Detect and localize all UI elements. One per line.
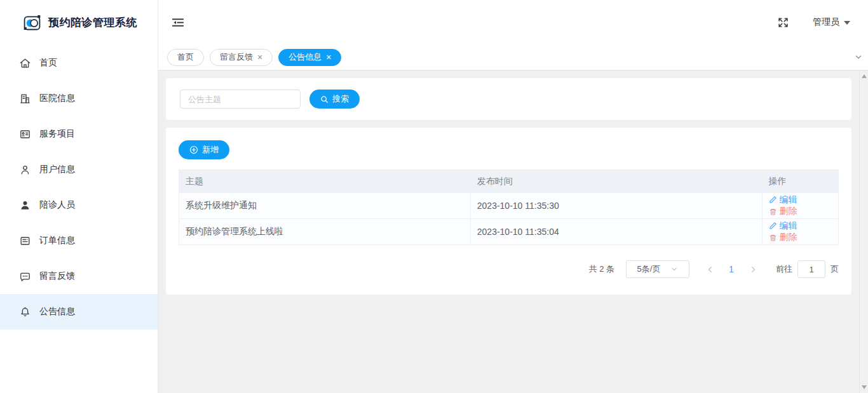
search-card: 搜索 [166, 78, 851, 120]
search-button[interactable]: 搜索 [309, 90, 360, 109]
chevron-right-icon [749, 265, 757, 274]
bell-icon [19, 306, 31, 318]
sidebar-item-users[interactable]: 用户信息 [0, 152, 158, 187]
scroll-up-icon[interactable] [862, 74, 867, 78]
user-outline-icon [19, 164, 31, 176]
username: 管理员 [813, 17, 839, 28]
tab-label: 留言反馈 [220, 51, 253, 63]
chevron-down-icon [854, 53, 863, 62]
pagination: 共 2 条 5条/页 1 前往 页 [179, 260, 839, 278]
announcement-table: 主题 发布时间 操作 系统升级维护通知 2023-10-10 11:35:30 … [179, 170, 839, 245]
announcement-table-card: 新增 主题 发布时间 操作 系统升级维护通知 2023-10-10 11:35:… [166, 128, 851, 295]
tab-feedback[interactable]: 留言反馈 × [210, 49, 273, 66]
goto-page-input[interactable] [797, 260, 825, 278]
sidebar-item-label: 首页 [39, 57, 57, 69]
sidebar-item-label: 留言反馈 [39, 270, 75, 282]
home-icon [19, 57, 31, 69]
delete-button[interactable]: 删除 [769, 206, 797, 217]
sidebar-item-label: 服务项目 [39, 128, 75, 140]
sidebar-item-home[interactable]: 首页 [0, 45, 158, 81]
top-header: 管理员 [158, 0, 868, 44]
sidebar-menu: 首页 医院信息 服务项目 用户信息 [0, 44, 158, 330]
table-row: 系统升级维护通知 2023-10-10 11:35:30 编辑 [179, 193, 839, 219]
delete-label: 删除 [780, 206, 797, 217]
tab-label: 首页 [177, 51, 194, 63]
edit-button[interactable]: 编辑 [769, 220, 797, 232]
trash-icon [769, 234, 777, 242]
scroll-down-icon[interactable] [862, 385, 867, 389]
next-page-button[interactable] [744, 260, 762, 278]
tab-bar: 首页 留言反馈 × 公告信息 × [158, 44, 868, 70]
subject-cell: 预约陪诊管理系统上线啦 [179, 219, 471, 245]
app-title: 预约陪诊管理系统 [48, 15, 137, 30]
sidebar-item-label: 订单信息 [39, 235, 75, 246]
time-cell: 2023-10-10 11:35:30 [470, 193, 762, 219]
sidebar: 预约陪诊管理系统 首页 医院信息 服务项目 [0, 0, 158, 393]
close-icon[interactable]: × [257, 53, 262, 62]
goto-page: 前往 页 [776, 260, 839, 278]
goto-prefix: 前往 [776, 263, 792, 275]
caret-down-icon [844, 21, 850, 25]
prev-page-button[interactable] [701, 260, 719, 278]
hospital-icon [19, 93, 31, 105]
delete-button[interactable]: 删除 [769, 232, 797, 243]
tab-announcements[interactable]: 公告信息 × [278, 49, 341, 66]
fullscreen-icon[interactable] [778, 17, 789, 28]
edit-button[interactable]: 编辑 [769, 194, 797, 206]
operations-cell: 编辑 删除 [762, 219, 838, 245]
sidebar-item-label: 医院信息 [39, 93, 75, 104]
page-size-value: 5条/页 [637, 263, 661, 275]
goto-suffix: 页 [831, 263, 839, 275]
chat-icon [19, 270, 31, 283]
table-row: 预约陪诊管理系统上线啦 2023-10-10 11:35:04 编辑 [179, 219, 839, 245]
column-header-operations: 操作 [762, 170, 838, 193]
search-icon [320, 95, 329, 103]
order-icon [19, 235, 31, 247]
time-cell: 2023-10-10 11:35:04 [470, 219, 762, 245]
sidebar-item-announcements[interactable]: 公告信息 [0, 294, 158, 330]
sidebar-item-label: 用户信息 [39, 164, 75, 175]
chevron-down-icon [670, 265, 678, 273]
edit-label: 编辑 [780, 194, 797, 206]
page-number-1[interactable]: 1 [722, 264, 740, 274]
delete-label: 删除 [780, 232, 797, 243]
sidebar-item-orders[interactable]: 订单信息 [0, 223, 158, 258]
add-button-label: 新增 [202, 144, 219, 156]
column-header-subject: 主题 [179, 170, 471, 193]
sidebar-item-services[interactable]: 服务项目 [0, 116, 158, 152]
edit-label: 编辑 [780, 220, 797, 232]
service-card-icon [19, 128, 31, 140]
plus-circle-icon [189, 145, 198, 154]
vertical-scrollbar[interactable] [859, 70, 868, 393]
operations-cell: 编辑 删除 [762, 193, 838, 219]
header-right: 管理员 [778, 17, 850, 28]
sidebar-item-hospital[interactable]: 医院信息 [0, 81, 158, 116]
sidebar-item-label: 公告信息 [39, 306, 75, 317]
tab-label: 公告信息 [288, 51, 322, 63]
search-button-label: 搜索 [332, 93, 349, 105]
page-size-select[interactable]: 5条/页 [626, 260, 689, 278]
fold-menu-icon[interactable] [172, 17, 184, 28]
user-solid-icon [19, 199, 31, 211]
pagination-total: 共 2 条 [589, 263, 614, 275]
app-logo-row: 预约陪诊管理系统 [0, 0, 158, 44]
table-header-row: 主题 发布时间 操作 [179, 170, 839, 193]
sidebar-item-escorts[interactable]: 陪诊人员 [0, 187, 158, 223]
chevron-left-icon [706, 265, 714, 274]
column-header-time: 发布时间 [470, 170, 762, 193]
app-logo-icon [22, 12, 43, 33]
tab-overflow-button[interactable] [849, 44, 868, 70]
tab-home[interactable]: 首页 [167, 49, 204, 66]
trash-icon [769, 208, 777, 216]
close-icon[interactable]: × [326, 53, 331, 62]
subject-cell: 系统升级维护通知 [179, 193, 471, 219]
edit-pencil-icon [769, 222, 777, 230]
search-input[interactable] [180, 90, 301, 109]
add-button[interactable]: 新增 [179, 140, 229, 159]
sidebar-item-feedback[interactable]: 留言反馈 [0, 258, 158, 294]
main-content: 搜索 新增 主题 发布时间 操作 系统升级维护通知 2023-10-10 11:… [158, 70, 859, 393]
edit-pencil-icon [769, 196, 777, 204]
user-menu[interactable]: 管理员 [813, 17, 850, 28]
sidebar-item-label: 陪诊人员 [39, 199, 75, 211]
